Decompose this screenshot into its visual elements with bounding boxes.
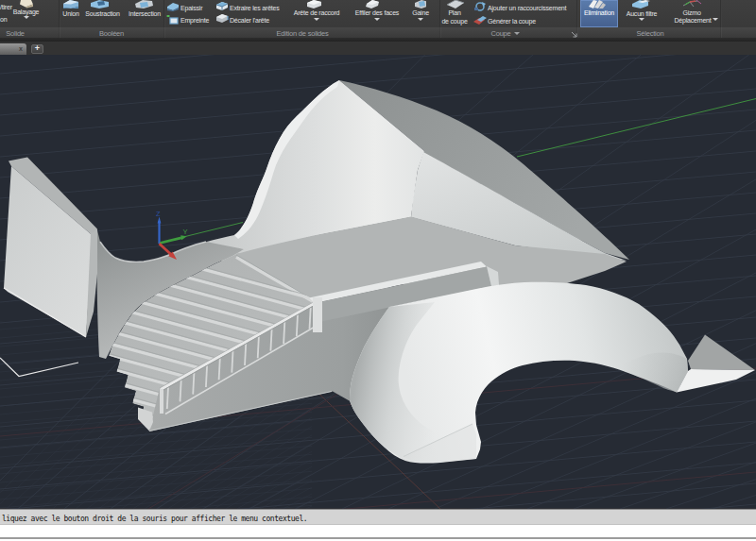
plan-de-coupe-icon [447,0,465,8]
union-icon [63,0,79,8]
aucun-filtre-icon [630,0,651,8]
button-aucun-filtre[interactable]: Aucun filtre [627,10,658,18]
button-gizmo-line2[interactable]: Déplacement [674,17,711,25]
button-gaine[interactable]: Gaine [412,9,429,17]
drawing-tab-bar: x + [0,42,756,55]
button-intersection[interactable]: Intersection [129,10,161,18]
effiler-faces-dropdown-caret[interactable] [374,18,380,21]
coupe-panel-caret[interactable] [514,32,520,35]
ucs-y-label: Y [183,228,188,236]
aucun-filtre-dropdown-caret[interactable] [639,18,644,21]
panel-separator [163,0,165,38]
gaine-icon [414,0,426,8]
button-extrusion-cut[interactable]: on [0,16,7,24]
elimination-icon [589,0,606,8]
button-soustraction[interactable]: Soustraction [85,10,120,18]
balayage-icon [19,0,34,8]
panel-label-selection[interactable]: Sélection [636,29,663,38]
ucs-z-label: Z [156,210,161,218]
panel-label-booleen[interactable]: Booléen [99,29,124,38]
button-ajouter-raccourcissement[interactable]: Ajouter un raccourcissement [488,5,566,12]
button-plan-de-coupe-line1[interactable]: Plan [448,9,460,17]
button-union[interactable]: Union [62,10,78,18]
effiler-faces-icon [365,0,381,8]
button-decaler-arete[interactable]: Décaler l'arête [230,17,269,25]
command-line-message: liquez avec le bouton droit de la souris… [2,515,307,523]
gizmo-dropdown-caret[interactable] [713,18,718,21]
tab-close-icon[interactable]: x [19,45,23,52]
ajouter-raccourcissement-icon [473,2,487,11]
panel-label-coupe[interactable]: Coupe [490,29,510,38]
gizmo-deplacement-icon [681,0,702,8]
button-plan-de-coupe-line2[interactable]: de coupe [441,18,467,25]
decaler-arete-icon [215,14,229,24]
button-generer-coupe[interactable]: Générer la coupe [488,18,536,25]
gaine-dropdown-caret[interactable] [418,18,423,21]
status-bar-area [0,525,756,541]
ribbon: /tirer on Balayage Union Soustraction In… [0,0,756,38]
extraire-aretes-icon [215,2,229,11]
new-tab-button[interactable]: + [31,44,43,54]
button-extraire-aretes[interactable]: Extraire les arêtes [230,5,280,12]
button-epaissir[interactable]: Epaissir [180,5,202,12]
autocad-window: /tirer on Balayage Union Soustraction In… [0,0,756,541]
panel-separator [720,0,722,38]
viewport-3d[interactable]: Z Y [0,55,756,509]
drawing-tab[interactable]: x [0,43,26,56]
status-bar-divider [0,537,756,539]
button-arete-raccord[interactable]: Arête de raccord [294,9,340,17]
command-line-bar[interactable]: liquez avec le bouton droit de la souris… [0,509,756,526]
button-effiler-faces[interactable]: Effiler des faces [355,9,399,17]
button-balayage[interactable]: Balayage [13,8,40,16]
arete-raccord-dropdown-caret[interactable] [314,18,319,21]
button-appuyer-tirer-cut[interactable]: /tirer [0,4,12,11]
intersection-icon [135,0,154,8]
arete-raccord-icon [306,0,324,8]
button-elimination[interactable]: Elimination [584,9,614,17]
empreinte-icon [166,15,180,25]
panel-separator [59,0,60,38]
panel-label-solide[interactable]: Solide [6,29,25,38]
soustraction-icon [91,0,111,8]
button-empreinte[interactable]: Empreinte [180,17,209,25]
epaissir-icon [167,3,180,11]
generer-coupe-icon [473,16,487,25]
panel-label-edition-solides[interactable]: Edition de solides [276,29,328,38]
balayage-dropdown-caret[interactable] [24,16,29,19]
coupe-panel-launcher-icon[interactable] [571,31,578,38]
